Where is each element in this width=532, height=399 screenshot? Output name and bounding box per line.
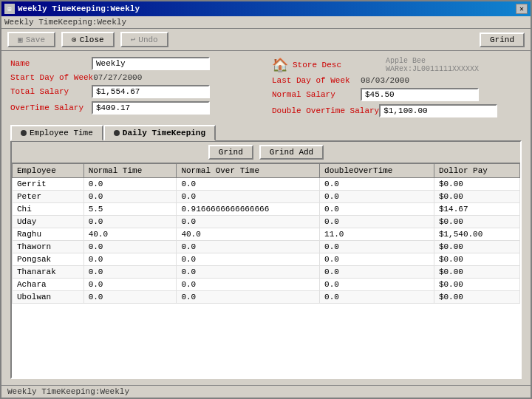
col-normal-over: Normal Over Time <box>177 164 320 178</box>
cell-normal-over: 0.0 <box>177 216 320 228</box>
total-salary-row: Total Salary <box>10 85 260 98</box>
overtime-salary-input[interactable] <box>92 101 210 115</box>
cell-employee: Uday <box>13 216 84 228</box>
start-day-value: 07/27/2000 <box>93 73 142 82</box>
status-text: Weekly TimeKeeping:Weekly <box>7 387 129 396</box>
table-row: Pongsak0.00.00.0$0.00 <box>13 253 520 266</box>
table-row: Raghu40.040.011.0$1,540.00 <box>13 228 520 241</box>
table-body: Gerrit0.00.00.0$0.00Peter0.00.00.0$0.00C… <box>13 178 520 304</box>
cell-employee: Gerrit <box>13 178 84 191</box>
overtime-salary-row: OverTime Salary <box>10 101 260 115</box>
normal-salary-input[interactable] <box>361 88 479 101</box>
status-bar: Weekly TimeKeeping:Weekly <box>1 385 531 398</box>
store-desc-label: Store Desc <box>293 61 381 69</box>
table-toolbar: Grind Grind Add <box>12 142 520 163</box>
table-row: Uday0.00.00.0$0.00 <box>13 216 520 228</box>
cell-employee: Achara <box>13 279 84 291</box>
start-day-row: Start Day of Week 07/27/2000 <box>10 73 260 82</box>
col-dollar-pay: Dollor Pay <box>434 164 519 178</box>
cell-normal-over: 0.0 <box>177 291 320 304</box>
cell-double-over: 0.0 <box>320 203 434 216</box>
table-container: Grind Grind Add Employee Normal Time Nor… <box>10 140 522 379</box>
cell-normal-time: 0.0 <box>83 266 177 279</box>
table-row: Chi5.50.91666666666666660.0$14.67 <box>13 203 520 216</box>
cell-double-over: 0.0 <box>320 266 434 279</box>
close-button[interactable]: ⊙ Close <box>61 32 115 47</box>
cell-employee: Chi <box>13 203 84 216</box>
cell-double-over: 0.0 <box>320 216 434 228</box>
close-icon: ⊙ <box>72 35 77 44</box>
col-employee: Employee <box>13 164 84 178</box>
cell-dollar-pay: $0.00 <box>434 253 519 266</box>
table-row: Thaworn0.00.00.0$0.00 <box>13 241 520 253</box>
title-bar: ⊞ Weekly TimeKeeping:Weekly ✕ <box>1 1 531 16</box>
name-input[interactable] <box>92 57 210 70</box>
table-grind-button[interactable]: Grind <box>208 145 253 160</box>
cell-dollar-pay: $0.00 <box>434 178 519 191</box>
undo-button[interactable]: ↩ Undo <box>120 32 168 47</box>
cell-double-over: 0.0 <box>320 279 434 291</box>
cell-normal-over: 0.0 <box>177 191 320 203</box>
cell-double-over: 0.0 <box>320 253 434 266</box>
overtime-salary-label: OverTime Salary <box>10 103 92 112</box>
cell-normal-time: 0.0 <box>83 178 177 191</box>
normal-salary-label: Normal Salary <box>272 90 361 99</box>
table-row: Ubolwan0.00.00.0$0.00 <box>13 291 520 304</box>
save-button[interactable]: ▣ Save <box>7 32 55 47</box>
cell-normal-over: 0.0 <box>177 266 320 279</box>
cell-double-over: 11.0 <box>320 228 434 241</box>
store-desc-value: Apple Bee WARex:JL0011111XXXXXX <box>386 57 522 73</box>
cell-normal-over: 0.0 <box>177 241 320 253</box>
grind-button[interactable]: Grind <box>480 33 525 47</box>
store-desc-container: 🏠 Store Desc Apple Bee WARex:JL0011111XX… <box>272 57 522 73</box>
menu-bar-text: Weekly TimeKeeping:Weekly <box>4 18 126 27</box>
table-header-row: Employee Normal Time Normal Over Time do… <box>13 164 520 178</box>
tab-dot-1 <box>21 130 27 136</box>
cell-normal-over: 40.0 <box>177 228 320 241</box>
cell-dollar-pay: $0.00 <box>434 216 519 228</box>
cell-normal-over: 0.0 <box>177 279 320 291</box>
cell-employee: Peter <box>13 191 84 203</box>
double-overtime-row: Double OverTime Salary <box>272 104 522 117</box>
cell-normal-time: 0.0 <box>83 216 177 228</box>
total-salary-input[interactable] <box>92 85 210 98</box>
cell-normal-over: 0.0 <box>177 253 320 266</box>
table-row: Gerrit0.00.00.0$0.00 <box>13 178 520 191</box>
double-overtime-input[interactable] <box>379 104 497 117</box>
house-icon: 🏠 <box>272 57 288 73</box>
cell-employee: Ubolwan <box>13 291 84 304</box>
cell-employee: Thaworn <box>13 241 84 253</box>
cell-dollar-pay: $0.00 <box>434 191 519 203</box>
table-grind-add-button[interactable]: Grind Add <box>259 145 324 160</box>
menu-bar: Weekly TimeKeeping:Weekly <box>1 16 531 29</box>
cell-dollar-pay: $0.00 <box>434 266 519 279</box>
tab-dot-2 <box>114 130 120 136</box>
employee-table: Employee Normal Time Normal Over Time do… <box>12 163 520 304</box>
cell-normal-time: 0.0 <box>83 291 177 304</box>
table-row: Achara0.00.00.0$0.00 <box>13 279 520 291</box>
cell-dollar-pay: $1,540.00 <box>434 228 519 241</box>
tabs-section: Employee Time Daily TimeKeeping <box>10 125 522 140</box>
undo-icon: ↩ <box>131 35 136 44</box>
name-label: Name <box>10 59 92 68</box>
cell-normal-time: 0.0 <box>83 241 177 253</box>
col-double-over: doubleOverTime <box>320 164 434 178</box>
cell-normal-time: 0.0 <box>83 253 177 266</box>
tab-daily-timekeeping[interactable]: Daily TimeKeeping <box>103 125 216 141</box>
normal-salary-row: Normal Salary <box>272 88 522 101</box>
cell-normal-time: 40.0 <box>83 228 177 241</box>
app-icon: ⊞ <box>4 4 15 14</box>
cell-dollar-pay: $0.00 <box>434 291 519 304</box>
cell-normal-over: 0.9166666666666666 <box>177 203 320 216</box>
tab-employee-time[interactable]: Employee Time <box>10 125 103 141</box>
last-day-row: Last Day of Week 08/03/2000 <box>272 76 522 85</box>
store-desc-row: 🏠 Store Desc Apple Bee WARex:JL0011111XX… <box>272 57 522 73</box>
save-icon: ▣ <box>18 35 23 44</box>
cell-double-over: 0.0 <box>320 178 434 191</box>
window-close-button[interactable]: ✕ <box>516 4 528 14</box>
cell-employee: Pongsak <box>13 253 84 266</box>
col-normal-time: Normal Time <box>83 164 177 178</box>
cell-employee: Raghu <box>13 228 84 241</box>
form-right: 🏠 Store Desc Apple Bee WARex:JL0011111XX… <box>272 57 522 120</box>
window-title: Weekly TimeKeeping:Weekly <box>18 4 140 13</box>
